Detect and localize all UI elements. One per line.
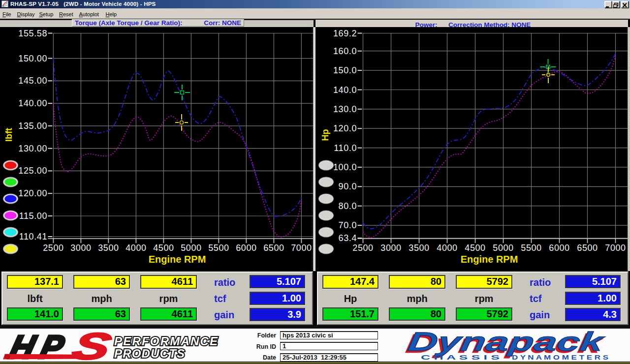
svg-text:5500: 5500 [521, 243, 541, 253]
svg-text:130.0: 130.0 [333, 104, 357, 114]
svg-text:6500: 6500 [577, 243, 598, 253]
svg-text:110.0: 110.0 [334, 143, 357, 153]
svg-text:115.00: 115.00 [19, 211, 47, 221]
svg-text:2500: 2500 [43, 243, 63, 253]
svg-text:Dynapack: Dynapack [406, 329, 607, 356]
svg-text:145.00: 145.00 [18, 76, 47, 86]
svg-text:70.0: 70.0 [339, 220, 357, 230]
svg-text:6000: 6000 [549, 243, 569, 253]
svg-text:169.2: 169.2 [333, 29, 357, 38]
svg-text:R: R [6, 355, 9, 359]
svg-text:140.0: 140.0 [333, 85, 357, 95]
svg-text:120.0: 120.0 [333, 123, 357, 133]
svg-text:130.00: 130.00 [18, 144, 47, 153]
svg-text:80.0: 80.0 [339, 201, 357, 211]
svg-text:2500: 2500 [352, 243, 373, 253]
svg-text:4500: 4500 [153, 243, 174, 253]
svg-text:5000: 5000 [181, 243, 201, 253]
svg-text:63.4: 63.4 [339, 233, 357, 243]
svg-text:3500: 3500 [98, 243, 119, 253]
svg-text:6000: 6000 [236, 243, 256, 253]
svg-text:90.0: 90.0 [339, 182, 357, 191]
svg-text:3000: 3000 [380, 243, 401, 253]
svg-text:3000: 3000 [70, 243, 91, 253]
svg-text:4500: 4500 [465, 243, 485, 253]
svg-text:5500: 5500 [208, 243, 229, 253]
svg-text:6500: 6500 [263, 243, 284, 253]
svg-text:120.00: 120.00 [18, 188, 47, 198]
svg-text:100.0: 100.0 [333, 162, 357, 172]
svg-text:4000: 4000 [437, 243, 457, 253]
svg-text:150.0: 150.0 [333, 65, 357, 75]
svg-text:Hp: Hp [320, 129, 330, 141]
svg-text:Engine RPM: Engine RPM [461, 254, 518, 265]
svg-text:110.41: 110.41 [19, 232, 47, 242]
svg-text:PERFORMANCE: PERFORMANCE [114, 334, 219, 348]
svg-text:5000: 5000 [493, 243, 513, 253]
svg-text:155.58: 155.58 [18, 29, 47, 38]
svg-text:160.0: 160.0 [333, 46, 357, 56]
svg-text:4000: 4000 [126, 243, 146, 253]
svg-text:lbft: lbft [4, 128, 14, 142]
svg-text:Engine RPM: Engine RPM [149, 254, 206, 265]
svg-text:140.00: 140.00 [18, 98, 47, 108]
svg-text:135.00: 135.00 [18, 121, 47, 131]
svg-text:PRODUCTS: PRODUCTS [114, 347, 185, 360]
svg-text:3500: 3500 [409, 243, 429, 253]
svg-text:C H A S S I S: C H A S S I S [421, 354, 500, 361]
svg-text:125.00: 125.00 [18, 166, 47, 176]
svg-text:D Y N A M O M E T E R S: D Y N A M O M E T E R S [512, 354, 608, 361]
svg-text:7000: 7000 [291, 243, 312, 253]
svg-text:150.00: 150.00 [18, 54, 47, 63]
svg-text:7000: 7000 [605, 243, 626, 253]
